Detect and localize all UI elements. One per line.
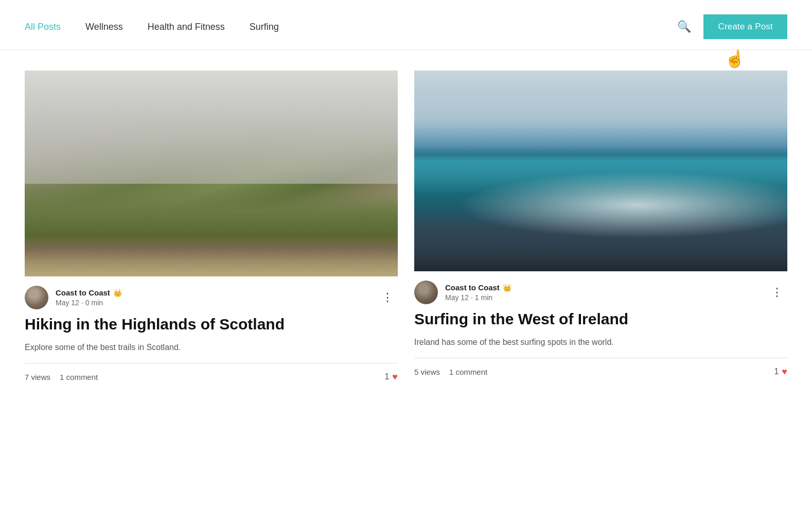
post-footer-2: 5 views 1 comment 1 ♥ — [414, 367, 787, 381]
comments-count-2: 1 comment — [449, 368, 487, 376]
post-title-1[interactable]: Hiking in the Highlands of Scotland — [25, 315, 398, 334]
like-count-1: 1 — [384, 372, 389, 381]
crown-icon-1: 👑 — [113, 289, 122, 297]
author-name-date-1: Coast to Coast 👑 May 12·0 min — [56, 288, 122, 307]
post-meta-row-2: Coast to Coast 👑 May 12·1 min ⋮ — [414, 271, 787, 309]
comments-count-1: 1 comment — [60, 373, 98, 381]
author-info-1: Coast to Coast 👑 May 12·0 min — [25, 286, 122, 309]
nav-link-wellness[interactable]: Wellness — [85, 22, 123, 32]
search-icon[interactable]: 🔍 — [677, 20, 691, 33]
nav-links: All Posts Wellness Health and Fitness Su… — [25, 22, 279, 32]
author-info-2: Coast to Coast 👑 May 12·1 min — [414, 281, 511, 304]
nav-bar: All Posts Wellness Health and Fitness Su… — [0, 0, 812, 50]
posts-grid: Coast to Coast 👑 May 12·0 min ⋮ Hiking i… — [0, 50, 812, 407]
views-count-2: 5 views — [414, 368, 440, 376]
like-count-2: 1 — [774, 367, 779, 376]
post-divider-1 — [25, 363, 398, 363]
like-section-2: 1 ♥ — [774, 367, 787, 377]
post-card-1: Coast to Coast 👑 May 12·0 min ⋮ Hiking i… — [25, 71, 398, 387]
post-card-2: Coast to Coast 👑 May 12·1 min ⋮ Surfing … — [414, 71, 787, 387]
heart-icon-1[interactable]: ♥ — [392, 372, 398, 382]
avatar-2 — [414, 281, 438, 304]
post-image-highland[interactable] — [25, 71, 398, 276]
post-footer-1: 7 views 1 comment 1 ♥ — [25, 372, 398, 387]
crown-icon-2: 👑 — [503, 284, 511, 292]
post-divider-2 — [414, 358, 787, 358]
post-stats-1: 7 views 1 comment — [25, 373, 98, 381]
nav-right: 🔍 Create a Post — [677, 14, 787, 39]
post-date-2: May 12·1 min — [445, 293, 511, 302]
post-meta-row-1: Coast to Coast 👑 May 12·0 min ⋮ — [25, 276, 398, 315]
nav-link-all-posts[interactable]: All Posts — [25, 22, 61, 32]
create-post-button[interactable]: Create a Post — [703, 14, 787, 39]
post-title-2[interactable]: Surfing in the West of Ireland — [414, 309, 787, 329]
post-date-1: May 12·0 min — [56, 299, 122, 307]
post-excerpt-1: Explore some of the best trails in Scotl… — [25, 341, 398, 354]
like-section-1: 1 ♥ — [384, 372, 398, 382]
more-options-button-1[interactable]: ⋮ — [378, 290, 398, 305]
avatar-1 — [25, 286, 48, 309]
post-excerpt-2: Ireland has some of the best surfing spo… — [414, 336, 787, 348]
nav-link-surfing[interactable]: Surfing — [250, 22, 279, 32]
nav-link-health-fitness[interactable]: Health and Fitness — [148, 22, 225, 32]
views-count-1: 7 views — [25, 373, 50, 381]
post-stats-2: 5 views 1 comment — [414, 368, 487, 376]
post-image-ocean[interactable] — [414, 71, 787, 271]
author-name-date-2: Coast to Coast 👑 May 12·1 min — [445, 283, 511, 302]
more-options-button-2[interactable]: ⋮ — [767, 285, 787, 300]
heart-icon-2[interactable]: ♥ — [782, 367, 787, 377]
author-name-1: Coast to Coast 👑 — [56, 288, 122, 297]
author-name-2: Coast to Coast 👑 — [445, 283, 511, 292]
